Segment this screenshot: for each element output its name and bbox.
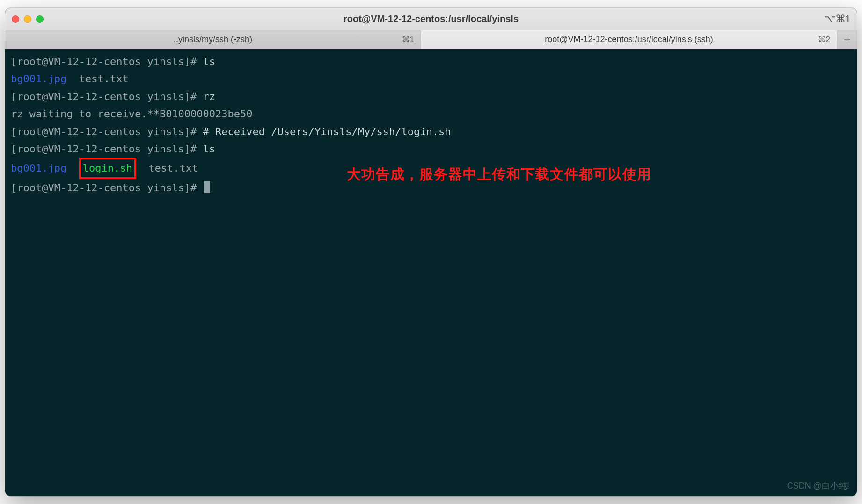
terminal-line: rz waiting to receive.**B0100000023be50 [11, 105, 851, 122]
command-text: ls [203, 143, 216, 155]
terminal-line: [root@VM-12-12-centos yinsls]# rz [11, 88, 851, 105]
file-name: bg001.jpg [11, 162, 66, 174]
close-button[interactable] [12, 15, 19, 23]
file-name: bg001.jpg [11, 73, 66, 85]
tab-shortcut: ⌘1 [402, 35, 414, 44]
file-name: login.sh [83, 162, 132, 174]
tab-label: ..yinsls/my/ssh (-zsh) [174, 35, 252, 44]
prompt: [root@VM-12-12-centos yinsls]# [11, 182, 203, 194]
titlebar: root@VM-12-12-centos:/usr/local/yinsls ⌥… [5, 8, 857, 30]
watermark: CSDN @白小纯! [787, 479, 849, 493]
terminal-line: bg001.jpg test.txt [11, 70, 851, 87]
titlebar-shortcut: ⌥⌘1 [824, 13, 850, 25]
annotation-text: 大功告成，服务器中上传和下载文件都可以使用 [347, 162, 651, 186]
terminal-line: [root@VM-12-12-centos yinsls]# ls [11, 53, 851, 70]
tab-1[interactable]: ..yinsls/my/ssh (-zsh) ⌘1 [5, 30, 421, 49]
file-name: test.txt [148, 162, 198, 174]
command-text: rz [203, 91, 216, 102]
prompt: [root@VM-12-12-centos yinsls]# [11, 56, 203, 67]
maximize-button[interactable] [36, 15, 44, 23]
tab-2[interactable]: root@VM-12-12-centos:/usr/local/yinsls (… [421, 30, 837, 49]
tab-label: root@VM-12-12-centos:/usr/local/yinsls (… [545, 35, 713, 44]
prompt: [root@VM-12-12-centos yinsls]# [11, 143, 203, 155]
prompt: [root@VM-12-12-centos yinsls]# [11, 126, 203, 137]
cursor [204, 181, 210, 193]
file-name: test.txt [79, 73, 129, 85]
prompt: [root@VM-12-12-centos yinsls]# [11, 91, 203, 102]
tab-shortcut: ⌘2 [818, 35, 830, 44]
terminal-line: [root@VM-12-12-centos yinsls]# # Receive… [11, 123, 851, 140]
terminal-line: [root@VM-12-12-centos yinsls]# ls [11, 140, 851, 158]
tabbar: ..yinsls/my/ssh (-zsh) ⌘1 root@VM-12-12-… [5, 30, 857, 49]
highlight-box: login.sh [79, 158, 136, 179]
new-tab-button[interactable]: + [837, 30, 857, 49]
window-title: root@VM-12-12-centos:/usr/local/yinsls [343, 14, 519, 24]
traffic-lights [12, 15, 44, 23]
command-text: ls [203, 56, 216, 67]
terminal-window: root@VM-12-12-centos:/usr/local/yinsls ⌥… [5, 8, 857, 496]
minimize-button[interactable] [24, 15, 31, 23]
terminal-body[interactable]: [root@VM-12-12-centos yinsls]# lsbg001.j… [5, 49, 857, 496]
command-text: # Received /Users/Yinsls/My/ssh/login.sh [203, 126, 451, 137]
